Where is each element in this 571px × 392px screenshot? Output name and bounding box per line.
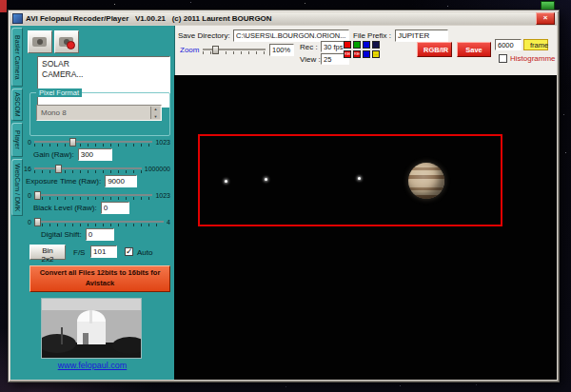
snapshot-button[interactable] — [28, 30, 52, 53]
fs-field[interactable] — [90, 245, 117, 258]
file-prefix-label: File Prefix : — [353, 31, 391, 40]
black-level-value-row: Black Level (Raw): — [33, 202, 129, 214]
window-title: AVI Felopaul Recoder/Player V1.00.21 (c)… — [26, 13, 533, 24]
slider-thumb[interactable] — [69, 138, 76, 147]
gain-label: Gain (Raw): — [33, 150, 74, 159]
jupiter-moon — [265, 178, 267, 181]
digital-shift-slider-row: 0 4 — [28, 216, 170, 227]
close-icon[interactable]: × — [536, 12, 555, 25]
save-directory-label: Save Directory: — [178, 31, 230, 40]
camera-panel: Basler Camera ASCOM Player WebCam / DMK … — [10, 26, 175, 380]
roi-rectangle[interactable] — [198, 134, 502, 226]
pixel-format-group: Pixel Format Mono 8 ▲▼ — [30, 92, 170, 136]
zoom-value-field[interactable] — [269, 44, 294, 56]
arrow-down-icon: ▼ — [151, 114, 160, 119]
black-level-max-label: 1023 — [155, 192, 170, 199]
pixel-format-select[interactable]: Mono 8 ▲▼ — [36, 105, 162, 121]
gain-value-row: Gain (Raw): — [33, 148, 112, 161]
title-bar[interactable]: AVI Felopaul Recoder/Player V1.00.21 (c)… — [10, 12, 557, 25]
color-indicators: RED REC ... — [344, 41, 380, 58]
black-level-min-label: 0 — [28, 192, 31, 199]
rgb-ir-button[interactable]: RGB/IR — [417, 42, 452, 57]
color-indicator-label: ... — [373, 51, 379, 57]
digital-shift-slider[interactable] — [34, 218, 164, 226]
save-button[interactable]: Save — [457, 42, 491, 57]
black-level-label: Black Level (Raw): — [33, 204, 97, 212]
color-indicator[interactable] — [353, 41, 361, 49]
app-window: AVI Felopaul Recoder/Player V1.00.21 (c)… — [8, 10, 560, 382]
histogram-label: Histogramme — [510, 54, 556, 63]
color-indicator-label: RED — [345, 51, 350, 57]
color-indicator-label — [345, 42, 350, 48]
color-indicator-label — [354, 42, 360, 48]
gain-min-label: 0 — [28, 139, 31, 146]
color-indicator-label — [364, 51, 369, 57]
slider-thumb[interactable] — [34, 191, 41, 200]
color-indicator[interactable]: ... — [372, 50, 380, 58]
jupiter-planet — [408, 163, 444, 199]
arrow-up-icon: ▲ — [151, 107, 160, 111]
color-indicator[interactable] — [344, 41, 351, 49]
camera-icon — [32, 37, 47, 47]
zoom-slider[interactable] — [203, 46, 266, 54]
gain-slider[interactable] — [34, 138, 153, 147]
gain-slider-row: 0 1023 — [28, 136, 170, 147]
exposure-label: Exposure Time (Raw): — [26, 177, 101, 186]
auto-checkbox[interactable] — [125, 247, 133, 256]
view-label: View : — [300, 55, 321, 64]
color-indicator-label: REC — [354, 51, 360, 57]
gain-field[interactable] — [78, 148, 112, 161]
slider-thumb[interactable] — [212, 46, 219, 54]
camera-list-item[interactable]: CAMERA... — [42, 69, 166, 80]
tab-player[interactable]: Player — [11, 123, 23, 157]
slider-thumb[interactable] — [55, 165, 62, 173]
camera-list-item[interactable]: SOLAR — [42, 59, 166, 69]
color-indicator[interactable]: RED — [344, 50, 351, 58]
slider-thumb[interactable] — [34, 218, 41, 226]
black-level-slider-row: 0 1023 — [28, 189, 170, 201]
tab-basler-camera[interactable]: Basler Camera — [11, 28, 23, 87]
color-indicator-label — [364, 42, 369, 48]
client-area: Basler Camera ASCOM Player WebCam / DMK … — [10, 26, 557, 380]
capture-preview — [174, 75, 557, 380]
convert-12-16-button[interactable]: Convert all Files 12bits to 16bits for A… — [30, 265, 170, 292]
color-indicator[interactable] — [363, 50, 370, 58]
black-level-slider[interactable] — [34, 191, 153, 200]
jupiter-moon — [358, 177, 361, 180]
exposure-field[interactable] — [105, 175, 137, 187]
desktop-icon-red[interactable] — [0, 0, 7, 12]
zoom-label: Zoom — [180, 46, 199, 54]
histogram-checkbox[interactable] — [499, 54, 507, 63]
color-indicator[interactable] — [372, 41, 380, 49]
digital-shift-field[interactable] — [86, 228, 114, 241]
observatory-image — [42, 299, 141, 358]
pixel-format-label: Pixel Format — [36, 88, 82, 97]
exposure-value-row: Exposure Time (Raw): — [26, 175, 137, 187]
record-button[interactable] — [54, 30, 79, 53]
tab-ascom[interactable]: ASCOM — [11, 88, 23, 121]
record-icon — [67, 41, 75, 49]
website-link[interactable]: www.felopaul.com — [10, 361, 174, 370]
color-indicator-label — [373, 42, 379, 48]
app-icon — [12, 13, 23, 24]
auto-label: Auto — [137, 248, 152, 257]
file-prefix-field[interactable] — [395, 29, 448, 42]
bin-2x2-button[interactable]: Bin 2x2 — [30, 245, 66, 260]
black-level-field[interactable] — [101, 202, 129, 214]
jupiter-moon — [225, 180, 227, 183]
tab-webcam-dmk[interactable]: WebCam / DMK — [11, 159, 23, 216]
exposure-slider-row: 16 1000000 — [24, 163, 170, 174]
frame-button[interactable]: frame — [523, 39, 548, 50]
frame-count-field[interactable] — [495, 39, 522, 50]
exposure-slider[interactable] — [34, 165, 142, 173]
color-indicator[interactable]: REC — [353, 50, 361, 58]
digital-shift-min-label: 0 — [28, 219, 31, 225]
digital-shift-label: Digital Shift: — [41, 230, 82, 239]
gain-max-label: 1023 — [155, 139, 170, 146]
color-indicator[interactable] — [363, 41, 370, 49]
pixel-format-value: Mono 8 — [41, 108, 67, 117]
exposure-max-label: 1000000 — [145, 166, 170, 172]
exposure-min-label: 16 — [24, 166, 31, 172]
scrollbar[interactable]: ▲▼ — [150, 107, 160, 119]
digital-shift-value-row: Digital Shift: — [41, 228, 114, 241]
